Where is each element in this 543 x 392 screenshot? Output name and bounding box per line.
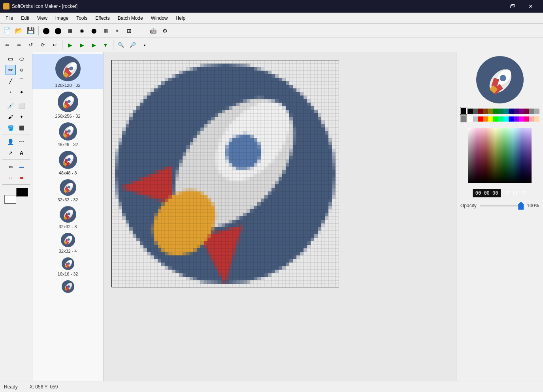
palette-swatch[interactable] <box>483 109 488 114</box>
pixel-grid-canvas[interactable] <box>111 60 339 287</box>
icon-entry-48-32[interactable]: 48x48 - 32 <box>32 120 103 148</box>
icon-entry-32-4[interactable]: 32x32 - 4 <box>32 231 103 255</box>
color-indicator[interactable] <box>4 188 28 204</box>
tb2-btn-2[interactable]: ⇔ <box>13 39 25 51</box>
palette-swatch[interactable] <box>468 116 473 122</box>
eyedropper-tool[interactable]: 💉 <box>6 101 16 111</box>
icon-entry-16-32[interactable]: 16x16 - 32 <box>32 255 103 278</box>
icon-entry-32-8[interactable]: 32x32 - 8 <box>32 204 103 231</box>
filled-rect-tool[interactable]: ▬ <box>17 161 27 172</box>
tb-btn-2[interactable]: ⬤ <box>53 25 64 36</box>
zoom-out-btn[interactable]: 🔎 <box>127 39 138 51</box>
restore-button[interactable]: 🗗 <box>503 0 522 13</box>
palette-swatch[interactable] <box>498 109 503 114</box>
tb-btn-7[interactable]: ≡ <box>112 25 123 36</box>
color-hex-display-1[interactable]: 00 00 00 <box>473 189 501 197</box>
tb-btn-4[interactable]: ◉ <box>76 25 87 36</box>
palette-swatch[interactable] <box>493 116 498 122</box>
play-btn[interactable]: ▶ <box>64 39 75 51</box>
tb-btn-1[interactable]: ⬤ <box>41 25 52 36</box>
play-btn-2[interactable]: ▶ <box>76 39 87 51</box>
arrow-tool[interactable]: ↗ <box>6 148 16 158</box>
icon-entry-48-8[interactable]: 48x48 - 8 <box>32 148 103 177</box>
menu-item-file[interactable]: File <box>2 14 17 23</box>
fg-color-swatch[interactable] <box>460 107 467 114</box>
save-button[interactable]: 💾 <box>25 25 36 36</box>
line-tool[interactable]: ╱ <box>6 76 16 86</box>
fg-color[interactable] <box>16 188 28 197</box>
palette-swatch[interactable] <box>473 109 478 114</box>
palette-swatch[interactable] <box>514 109 519 114</box>
palette-swatch[interactable] <box>493 109 498 114</box>
menu-item-help[interactable]: Help <box>172 14 189 23</box>
apple-icon-btn[interactable] <box>136 25 147 36</box>
palette-swatch[interactable] <box>478 116 483 122</box>
palette-swatch[interactable] <box>524 116 529 122</box>
zoom-in-btn[interactable]: 🔍 <box>115 39 126 51</box>
lasso-tool[interactable]: ⊙ <box>17 65 27 75</box>
person-tool[interactable]: 👤 <box>6 137 16 147</box>
select-ellipse-tool[interactable]: ⬭ <box>17 54 27 64</box>
tb2-btn-4[interactable]: ⟳ <box>37 39 48 51</box>
text-tool[interactable]: A <box>17 148 27 158</box>
color-gradient-picker[interactable] <box>468 128 532 183</box>
open-button[interactable]: 📂 <box>13 25 25 36</box>
menu-item-effects[interactable]: Effects <box>91 14 113 23</box>
icon-entry-256-32[interactable]: 256x256 - 32 <box>32 89 103 120</box>
opacity-slider[interactable] <box>480 205 524 206</box>
fill-tool[interactable]: 🪣 <box>6 123 16 133</box>
mid-color-swatch[interactable] <box>460 115 467 122</box>
palette-swatch[interactable] <box>529 109 534 114</box>
palette-swatch[interactable] <box>488 116 493 122</box>
tb-btn-5[interactable]: ⬤ <box>88 25 99 36</box>
tb-btn-6[interactable]: ▦ <box>100 25 111 36</box>
palette-swatch[interactable] <box>473 116 478 122</box>
palette-swatch[interactable] <box>519 109 524 114</box>
icon-entry-32-32[interactable]: 32x32 - 32 <box>32 177 103 204</box>
menu-item-edit[interactable]: Edit <box>17 14 33 23</box>
icon-entry-16-8[interactable] <box>32 278 103 295</box>
palette-swatch[interactable] <box>468 109 473 114</box>
play-btn-3[interactable]: ▶ <box>88 39 99 51</box>
menu-item-tools[interactable]: Tools <box>72 14 91 23</box>
menu-item-window[interactable]: Window <box>147 14 172 23</box>
paint-tool[interactable]: 🖌 <box>6 112 16 122</box>
palette-swatch[interactable] <box>503 116 509 122</box>
icon-entry-128-32[interactable]: 128x128 - 32 <box>32 54 103 89</box>
wave-tool[interactable]: 〰 <box>17 137 27 147</box>
zoom-fit-btn[interactable]: ▪ <box>139 39 150 51</box>
palette-swatch[interactable] <box>514 116 519 122</box>
select-rect-tool[interactable]: ▭ <box>6 54 16 64</box>
tb2-btn-1[interactable]: ⇔ <box>2 39 13 51</box>
opacity-thumb[interactable] <box>518 202 524 210</box>
palette-swatch[interactable] <box>534 116 539 122</box>
play-btn-4[interactable]: ▼ <box>100 39 111 51</box>
close-button[interactable]: ✕ <box>522 0 540 13</box>
eraser-tool[interactable]: ⬜ <box>17 101 27 111</box>
ellipse-draw-tool[interactable]: ⬭ <box>6 173 16 183</box>
palette-swatch[interactable] <box>519 116 524 122</box>
palette-swatch[interactable] <box>503 109 509 114</box>
canvas-area[interactable] <box>104 52 456 381</box>
new-button[interactable]: 📄 <box>2 25 13 36</box>
sparkle-tool[interactable]: ✦ <box>17 112 27 122</box>
rect-draw-tool[interactable]: ▭ <box>6 161 16 172</box>
android-icon-btn[interactable]: 🤖 <box>147 25 158 36</box>
bg-color[interactable] <box>4 195 16 204</box>
palette-swatch[interactable] <box>498 116 503 122</box>
tb-btn-3[interactable]: ▦ <box>64 25 75 36</box>
tb2-btn-5[interactable]: ↩ <box>49 39 60 51</box>
tb2-btn-3[interactable]: ↺ <box>25 39 36 51</box>
palette-swatch[interactable] <box>509 109 514 114</box>
filled-ellipse-tool[interactable]: ⬬ <box>17 173 27 183</box>
gear-icon-btn[interactable]: ⚙ <box>159 25 170 36</box>
minimize-button[interactable]: – <box>485 0 503 13</box>
palette-swatch[interactable] <box>488 109 493 114</box>
title-bar-controls[interactable]: – 🗗 ✕ <box>485 0 540 13</box>
brush-tool[interactable]: ⬛ <box>17 123 27 133</box>
pencil-tool[interactable]: ✏ <box>6 65 16 75</box>
palette-swatch[interactable] <box>524 109 529 114</box>
palette-swatch[interactable] <box>478 109 483 114</box>
menu-item-batch mode[interactable]: Batch Mode <box>114 14 147 23</box>
palette-swatch[interactable] <box>534 109 539 114</box>
